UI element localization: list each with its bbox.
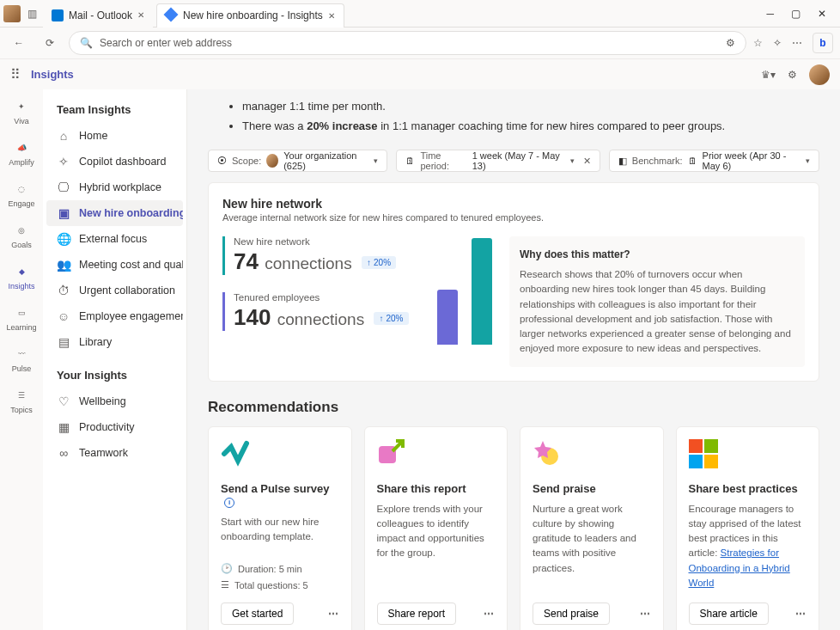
rec-meta: ☰Total questions: 5 (221, 579, 339, 590)
rail-pulse[interactable]: 〰Pulse (0, 342, 43, 376)
sidebar-item-wellbeing[interactable]: ♡Wellbeing (46, 388, 183, 414)
network-card: New hire network Average internal networ… (208, 182, 819, 382)
chevron-down-icon: ▾ (374, 156, 378, 165)
calendar-icon: 🗓 (405, 156, 415, 166)
chevron-down-icon: ▾ (570, 156, 575, 165)
filter-benchmark[interactable]: ◧ Benchmark: 🗓 Prior week (Apr 30 - May … (609, 150, 819, 172)
get-started-button[interactable]: Get started (221, 602, 294, 625)
search-icon: 🔍 (80, 37, 93, 49)
share-report-button[interactable]: Share report (377, 602, 457, 625)
maximize-button[interactable]: ▢ (791, 8, 800, 20)
scope-avatar (266, 154, 278, 168)
filter-time[interactable]: 🗓 Time period: 1 week (May 7 - May 13) ▾… (396, 150, 600, 172)
profile-avatar[interactable] (3, 5, 21, 22)
rail-engage[interactable]: ◌Engage (0, 177, 43, 211)
calendar-icon: 🗓 (688, 156, 697, 166)
trend-badge: ↑ 20% (374, 312, 408, 325)
rec-pulse: Send a Pulse surveyi Start with our new … (208, 426, 352, 631)
workspaces-icon[interactable]: ▥ (24, 6, 40, 21)
rail-learning[interactable]: ▭Learning (0, 301, 43, 335)
collections-icon[interactable]: ✧ (773, 37, 782, 49)
bar-tenured (472, 238, 492, 345)
minimize-button[interactable]: ─ (766, 8, 774, 20)
rec-send-praise: Send praise Nurture a great work culture… (520, 426, 664, 631)
more-icon[interactable]: ⋯ (795, 608, 807, 620)
sidebar-item-engagement[interactable]: ☺Employee engagement (46, 303, 183, 329)
app-launcher-icon[interactable]: ⠿ (10, 66, 21, 83)
rail-viva[interactable]: ✦Viva (0, 95, 43, 129)
bar-new-hire (437, 290, 458, 345)
share-report-icon (377, 439, 406, 468)
rec-best-practices: Share best practices Encourage managers … (676, 426, 820, 631)
sidebar-item-urgent[interactable]: ⏱Urgent collaboration (46, 278, 183, 303)
why-matters: Why does this matter? Research shows tha… (509, 236, 805, 367)
pulse-icon (221, 439, 250, 468)
address-placeholder: Search or enter web address (100, 37, 232, 49)
user-avatar[interactable] (809, 64, 830, 85)
favorites-icon[interactable]: ☆ (753, 37, 763, 49)
clock-icon: 🕑 (221, 563, 233, 574)
library-icon: ▤ (57, 335, 70, 349)
send-praise-button[interactable]: Send praise (533, 602, 610, 625)
address-input[interactable]: 🔍 Search or enter web address ⚙ (69, 31, 746, 55)
sidebar-item-library[interactable]: ▤Library (46, 329, 183, 355)
scope-icon: ⦿ (217, 156, 227, 166)
benchmark-icon: ◧ (618, 156, 627, 167)
page-settings-icon[interactable]: ⚙ (726, 37, 735, 49)
tab-title: New hire onboarding - Insights (183, 9, 323, 21)
more-icon[interactable]: ⋯ (640, 608, 651, 620)
sidebar-item-hybrid[interactable]: 🖵Hybrid workplace (46, 174, 183, 200)
premium-icon[interactable]: ♛▾ (761, 69, 776, 81)
people-icon: 👥 (57, 258, 70, 272)
sidebar-item-meeting[interactable]: 👥Meeting cost and qual... (46, 252, 183, 278)
onboarding-icon: ▣ (57, 206, 70, 220)
filter-scope[interactable]: ⦿ Scope: Your organization (625) ▾ (208, 150, 387, 172)
app-brand[interactable]: Insights (31, 68, 74, 81)
sidebar-your-header: Your Insights (43, 355, 186, 388)
sidebar-item-external[interactable]: 🌐External focus (46, 226, 183, 252)
productivity-icon: ▦ (57, 420, 70, 434)
bing-button[interactable]: b (813, 33, 833, 53)
engagement-icon: ☺ (57, 309, 70, 323)
microsoft-icon (689, 439, 718, 468)
recommendations-header: Recommendations (208, 399, 819, 416)
sidebar-item-productivity[interactable]: ▦Productivity (46, 414, 183, 440)
stat-new-hire: New hire network 74 connections ↑ 20% (222, 236, 420, 275)
sidebar-team-header: Team Insights (43, 103, 186, 123)
globe-icon: 🌐 (57, 232, 70, 246)
rail-amplify[interactable]: 📣Amplify (0, 136, 43, 170)
more-icon[interactable]: ⋯ (484, 608, 495, 620)
tab-outlook[interactable]: Mail - Outlook ✕ (43, 3, 153, 28)
rail-goals[interactable]: ◎Goals (0, 218, 43, 253)
rec-share-report: Share this report Explore trends with yo… (364, 426, 508, 631)
monitor-icon: 🖵 (57, 180, 70, 194)
clear-icon[interactable]: ✕ (580, 156, 591, 167)
close-icon[interactable]: ✕ (137, 10, 144, 20)
chevron-down-icon: ▾ (806, 156, 810, 165)
share-article-button[interactable]: Share article (689, 602, 769, 625)
card-title: New hire network (222, 197, 805, 211)
close-icon[interactable]: ✕ (328, 11, 335, 21)
close-button[interactable]: ✕ (818, 8, 826, 20)
more-icon[interactable]: ⋯ (328, 608, 339, 620)
sidebar-item-home[interactable]: ⌂Home (46, 123, 183, 149)
stat-tenured: Tenured employees 140 connections ↑ 20% (222, 292, 420, 331)
sidebar-item-onboarding[interactable]: ▣New hire onboarding (46, 200, 183, 226)
list-icon: ☰ (221, 579, 229, 590)
back-button[interactable]: ← (7, 31, 31, 55)
rail-insights[interactable]: ◆Insights (0, 260, 43, 294)
heart-icon: ♡ (57, 395, 70, 408)
summary-bullet-2: There was a 20% increase in 1:1 manager … (242, 116, 819, 136)
refresh-button[interactable]: ⟳ (38, 31, 62, 55)
home-icon: ⌂ (57, 129, 70, 143)
info-icon[interactable]: i (224, 498, 234, 508)
praise-icon (533, 439, 562, 468)
sidebar-item-teamwork[interactable]: ∞Teamwork (46, 440, 183, 466)
more-icon[interactable]: ⋯ (792, 37, 802, 49)
rail-topics[interactable]: ☰Topics (0, 383, 43, 418)
sidebar-item-copilot[interactable]: ✧Copilot dashboard (46, 149, 183, 174)
settings-icon[interactable]: ⚙ (788, 69, 797, 81)
tab-title: Mail - Outlook (69, 9, 132, 21)
viva-icon (166, 9, 178, 21)
tab-insights[interactable]: New hire onboarding - Insights ✕ (156, 3, 344, 28)
